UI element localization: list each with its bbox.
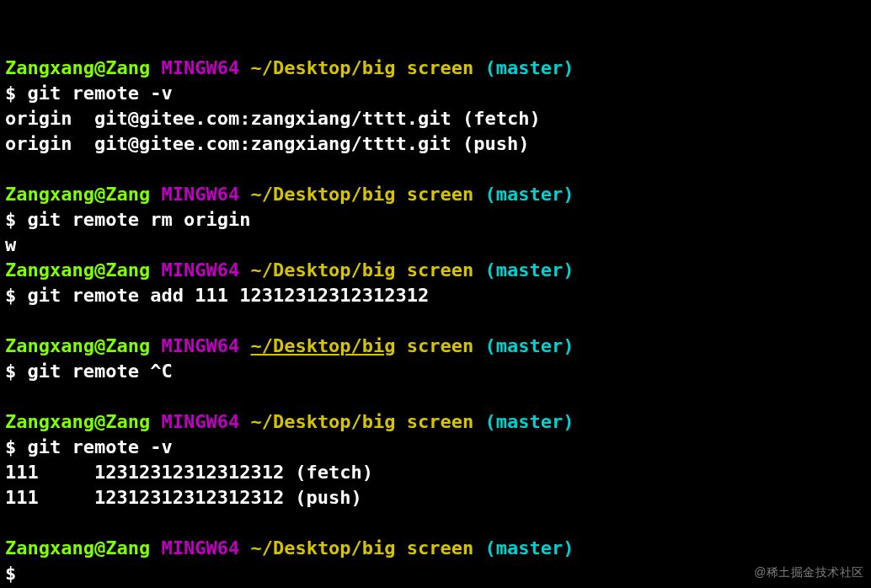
prompt-path: ~/Desktop/big: [250, 335, 395, 356]
prompt-branch: (master): [485, 259, 574, 281]
prompt-branch: (master): [485, 184, 574, 205]
prompt-dollar: $: [5, 436, 16, 457]
command-line: $ git remote add 111 12312312312312312: [5, 283, 866, 308]
prompt-env: MINGW64: [161, 259, 239, 281]
prompt-env: MINGW64: [161, 411, 239, 432]
command-text: git remote ^C: [28, 361, 173, 382]
command-line: $ git remote rm origin: [5, 207, 866, 233]
output-line: w: [5, 233, 866, 258]
blank-line: [5, 510, 866, 536]
prompt-path-tail: screen: [407, 57, 473, 78]
output-line: 111 12312312312312312 (push): [5, 485, 866, 510]
command-line: $ git remote -v: [5, 435, 866, 460]
prompt-env: MINGW64: [161, 335, 239, 356]
prompt-user: Zangxang@Zang: [5, 411, 150, 432]
command-line: $ git remote -v: [5, 81, 866, 106]
output-line: 111 12312312312312312 (fetch): [5, 460, 866, 485]
prompt-user: Zangxang@Zang: [5, 335, 150, 356]
prompt-dollar: $: [5, 361, 16, 382]
prompt-path-tail: screen: [407, 184, 473, 205]
prompt-path: ~/Desktop/big: [250, 57, 395, 78]
prompt-path-tail: screen: [407, 537, 473, 559]
output-text: 111 12312312312312312 (push): [5, 487, 362, 508]
prompt-line: Zangxang@Zang MINGW64 ~/Desktop/big scre…: [5, 258, 866, 283]
prompt-branch: (master): [485, 411, 574, 432]
prompt-path-tail: screen: [407, 335, 473, 356]
prompt-user: Zangxang@Zang: [5, 537, 150, 559]
prompt-line: Zangxang@Zang MINGW64 ~/Desktop/big scre…: [5, 182, 866, 207]
prompt-line: Zangxang@Zang MINGW64 ~/Desktop/big scre…: [5, 409, 866, 435]
prompt-path: ~/Desktop/big: [250, 259, 395, 281]
prompt-dollar: $: [5, 285, 16, 306]
terminal-lines: Zangxang@Zang MINGW64 ~/Desktop/big scre…: [5, 56, 866, 586]
prompt-user: Zangxang@Zang: [5, 184, 150, 205]
output-text: 111 12312312312312312 (fetch): [5, 462, 373, 483]
output-line: origin git@gitee.com:zangxiang/tttt.git …: [5, 106, 866, 131]
prompt-env: MINGW64: [161, 537, 239, 559]
prompt-user: Zangxang@Zang: [5, 57, 150, 78]
prompt-branch: (master): [485, 335, 574, 356]
output-line: origin git@gitee.com:zangxiang/tttt.git …: [5, 131, 866, 157]
command-text: git remote -v: [28, 83, 173, 104]
prompt-line: Zangxang@Zang MINGW64 ~/Desktop/big scre…: [5, 334, 866, 359]
blank-line: [5, 157, 866, 182]
prompt-path: ~/Desktop/big: [250, 184, 395, 205]
prompt-env: MINGW64: [161, 184, 239, 205]
command-text: git remote add 111 12312312312312312: [28, 285, 430, 306]
prompt-branch: (master): [485, 537, 574, 559]
output-text: w: [5, 234, 16, 255]
command-text: git remote rm origin: [28, 209, 251, 230]
prompt-line: Zangxang@Zang MINGW64 ~/Desktop/big scre…: [5, 56, 866, 81]
command-line: $: [5, 561, 866, 586]
blank-line: [5, 308, 866, 334]
output-text: origin git@gitee.com:zangxiang/tttt.git …: [5, 108, 541, 129]
command-line: $ git remote ^C: [5, 359, 866, 384]
watermark: @稀土掘金技术社区: [754, 559, 864, 585]
prompt-line: Zangxang@Zang MINGW64 ~/Desktop/big scre…: [5, 536, 866, 561]
terminal-window[interactable]: Zangxang@Zang MINGW64 ~/Desktop/big scre…: [0, 0, 871, 588]
prompt-user: Zangxang@Zang: [5, 259, 150, 281]
prompt-path: ~/Desktop/big: [250, 537, 395, 559]
command-text: git remote -v: [28, 436, 173, 457]
output-text: origin git@gitee.com:zangxiang/tttt.git …: [5, 133, 530, 154]
prompt-path-tail: screen: [407, 411, 473, 432]
prompt-path: ~/Desktop/big: [250, 411, 395, 432]
blank-line: [5, 384, 866, 409]
prompt-env: MINGW64: [161, 57, 239, 78]
prompt-path-tail: screen: [407, 259, 473, 281]
prompt-dollar: $: [5, 209, 16, 230]
prompt-dollar: $: [5, 83, 16, 104]
prompt-branch: (master): [485, 57, 574, 78]
prompt-dollar: $: [5, 563, 16, 584]
